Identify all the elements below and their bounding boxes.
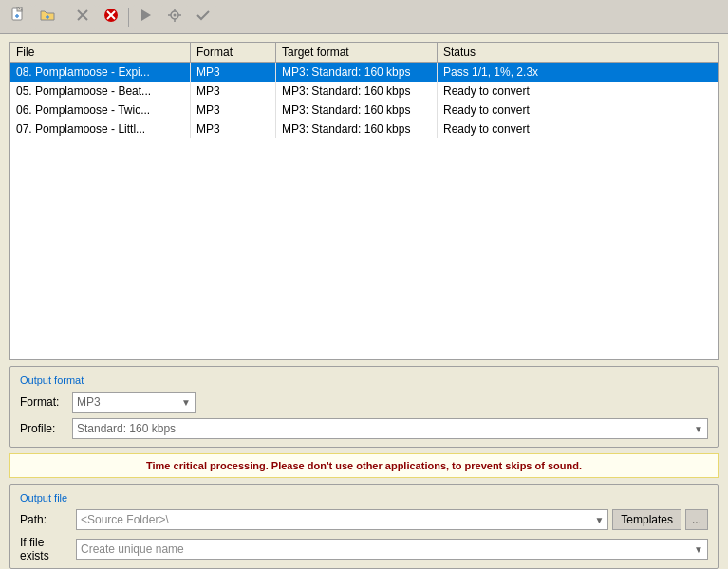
file-list-container: File Format Target format Status 08. Pom… — [9, 42, 719, 360]
remove-icon — [74, 7, 91, 27]
format-value: MP3 — [77, 395, 101, 409]
path-value: <Source Folder>\ — [81, 513, 169, 526]
profile-arrow-icon: ▼ — [694, 424, 703, 434]
format-arrow-icon: ▼ — [181, 397, 191, 408]
table-cell-format: MP3 — [191, 101, 276, 119]
done-icon — [195, 7, 212, 27]
warning-message: Time critical processing. Please don't u… — [9, 453, 719, 478]
output-file-section: Output file Path: <Source Folder>\ ▼ Tem… — [9, 484, 719, 569]
table-cell-format: MP3 — [191, 63, 276, 82]
main-window: File Format Target format Status 08. Pom… — [0, 0, 728, 569]
add-file-icon — [10, 7, 28, 27]
path-row: Path: <Source Folder>\ ▼ Templates ... — [20, 509, 708, 530]
play-icon — [138, 7, 155, 27]
file-list-header: File Format Target format Status — [10, 43, 718, 63]
if-file-exists-label: If file exists — [20, 536, 72, 562]
profile-select[interactable]: Standard: 160 kbps ▼ — [72, 418, 708, 439]
add-file-button[interactable] — [6, 5, 32, 29]
file-exists-row: If file exists Create unique name ▼ — [20, 536, 708, 562]
table-cell-file: 05. Pomplamoose - Beat... — [10, 82, 191, 101]
path-label: Path: — [20, 513, 72, 526]
table-row[interactable]: 06. Pomplamoose - Twic...MP3MP3: Standar… — [10, 101, 718, 119]
svg-marker-13 — [141, 9, 151, 21]
templates-button[interactable]: Templates — [612, 509, 681, 530]
table-cell-format: MP3 — [191, 82, 276, 101]
profile-label: Profile: — [20, 422, 72, 435]
profile-value: Standard: 160 kbps — [77, 422, 176, 435]
toolbar-sep-1 — [65, 8, 65, 27]
col-header-file[interactable]: File — [10, 43, 191, 62]
svg-rect-1 — [17, 7, 22, 11]
done-button[interactable] — [190, 5, 216, 29]
col-header-status[interactable]: Status — [438, 43, 718, 62]
table-cell-file: 06. Pomplamoose - Twic... — [10, 101, 191, 119]
add-folder-icon — [39, 7, 56, 27]
toolbar-sep-2 — [128, 8, 129, 27]
col-header-target[interactable]: Target format — [276, 43, 438, 62]
options-button[interactable] — [161, 5, 188, 29]
path-arrow-icon: ▼ — [594, 515, 604, 525]
play-button[interactable] — [133, 5, 159, 29]
table-row[interactable]: 07. Pomplamoose - Littl...MP3MP3: Standa… — [10, 119, 718, 138]
if-file-exists-select[interactable]: Create unique name ▼ — [76, 539, 708, 560]
table-cell-status: Ready to convert — [438, 82, 718, 101]
table-cell-file: 07. Pomplamoose - Littl... — [10, 119, 191, 138]
stop-icon — [103, 7, 120, 27]
browse-button[interactable]: ... — [685, 509, 708, 530]
table-cell-target: MP3: Standard: 160 kbps — [276, 63, 438, 82]
table-cell-target: MP3: Standard: 160 kbps — [276, 101, 438, 119]
if-file-exists-arrow-icon: ▼ — [694, 544, 703, 555]
col-header-format[interactable]: Format — [191, 43, 276, 62]
table-cell-status: Pass 1/1, 1%, 2.3x — [438, 63, 718, 82]
table-cell-status: Ready to convert — [438, 119, 718, 138]
file-list-body: 08. Pomplamoose - Expi...MP3MP3: Standar… — [10, 63, 718, 359]
table-cell-file: 08. Pomplamoose - Expi... — [10, 63, 191, 82]
remove-button[interactable] — [69, 5, 96, 29]
if-file-exists-value: Create unique name — [81, 542, 184, 556]
stop-button[interactable] — [98, 5, 124, 29]
profile-row: Profile: Standard: 160 kbps ▼ — [20, 418, 708, 439]
path-select[interactable]: <Source Folder>\ ▼ — [76, 509, 608, 530]
format-row: Format: MP3 ▼ — [20, 392, 708, 413]
table-cell-target: MP3: Standard: 160 kbps — [276, 82, 438, 101]
svg-point-15 — [174, 14, 177, 17]
options-icon — [166, 7, 183, 27]
table-cell-format: MP3 — [191, 119, 276, 138]
add-folder-button[interactable] — [34, 5, 61, 29]
table-cell-status: Ready to convert — [438, 101, 718, 119]
format-select[interactable]: MP3 ▼ — [72, 392, 196, 413]
toolbar — [0, 0, 728, 34]
output-file-label: Output file — [20, 492, 708, 504]
table-row[interactable]: 05. Pomplamoose - Beat...MP3MP3: Standar… — [10, 82, 718, 101]
table-cell-target: MP3: Standard: 160 kbps — [276, 119, 438, 138]
format-label: Format: — [20, 395, 72, 409]
output-format-label: Output format — [20, 375, 708, 386]
output-format-section: Output format Format: MP3 ▼ Profile: Sta… — [9, 366, 719, 448]
table-row[interactable]: 08. Pomplamoose - Expi...MP3MP3: Standar… — [10, 63, 718, 82]
